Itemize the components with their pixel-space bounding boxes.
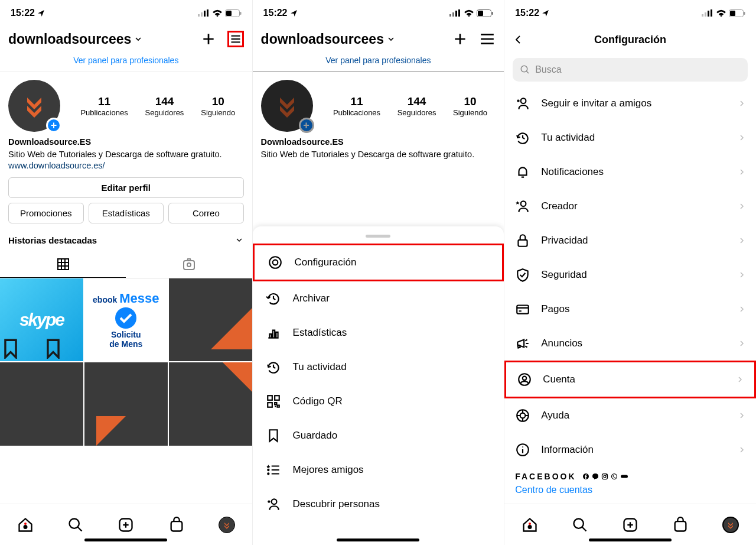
chevron-down-icon (234, 235, 244, 245)
post-thumbnail[interactable] (169, 278, 252, 362)
settings-list: Seguir e invitar a amigos Tu actividad N… (504, 86, 756, 467)
settings-activity[interactable]: Tu actividad (504, 121, 756, 155)
chevron-right-icon (738, 411, 745, 420)
back-button[interactable] (513, 33, 523, 46)
clock-icon (266, 359, 281, 375)
profile-avatar-icon (222, 520, 232, 530)
svg-point-12 (69, 518, 79, 528)
settings-privacy[interactable]: Privacidad (504, 223, 756, 258)
svg-rect-16 (452, 12, 454, 17)
nav-create[interactable] (118, 517, 134, 533)
svg-point-27 (268, 469, 269, 471)
svg-rect-30 (702, 14, 703, 17)
stat-followers[interactable]: 144Seguidores (397, 95, 436, 117)
stat-following[interactable]: 10Siguiendo (453, 95, 487, 117)
n: 11 (333, 95, 380, 108)
post-thumbnail[interactable]: skype (0, 278, 83, 362)
settings-notifications[interactable]: Notificaciones (504, 155, 756, 189)
promotions-button[interactable]: Promociones (8, 203, 84, 223)
username-switcher[interactable]: downloadsourcees (261, 31, 396, 47)
menu-stats[interactable]: Estadísticas (253, 316, 504, 350)
accounts-center-link[interactable]: Centro de cuentas (504, 482, 756, 505)
location-icon (290, 9, 298, 17)
post-thumbnail[interactable] (0, 362, 83, 446)
fb-product-icons (582, 473, 628, 480)
svg-rect-14 (171, 521, 182, 531)
post-thumbnail[interactable] (169, 362, 252, 446)
add-story-badge[interactable]: + (46, 118, 61, 133)
home-indicator (84, 538, 167, 541)
settings-creator[interactable]: Creador (504, 189, 756, 223)
menu-activity[interactable]: Tu actividad (253, 350, 504, 384)
edit-profile-button[interactable]: Editar perfil (8, 177, 244, 198)
avatar[interactable]: + (8, 80, 60, 132)
pro-panel-link[interactable]: Ver panel para profesionales (253, 52, 504, 72)
nav-search[interactable] (67, 517, 84, 533)
settings-account[interactable]: Cuenta (504, 361, 756, 398)
stat-followers[interactable]: 144Seguidores (145, 95, 184, 117)
settings-follow[interactable]: Seguir e invitar a amigos (504, 86, 756, 121)
stat-posts[interactable]: 11Publicaciones (80, 95, 128, 117)
create-button[interactable] (200, 31, 217, 47)
stat-following[interactable]: 10Siguiendo (201, 95, 235, 117)
username-switcher[interactable]: downloadsourcees (8, 31, 143, 47)
post-thumbnail[interactable] (84, 362, 168, 446)
settings-info[interactable]: Información (504, 433, 756, 467)
bio-link[interactable]: www.downloadsource.es/ (8, 160, 244, 171)
row-label: Ayuda (541, 410, 569, 421)
tab-grid[interactable] (0, 251, 126, 278)
nav-profile[interactable] (722, 517, 739, 533)
nav-create[interactable] (622, 517, 638, 533)
menu-friends[interactable]: Mejores amigos (253, 453, 504, 487)
avatar[interactable]: + (261, 80, 313, 132)
nav-shop[interactable] (168, 517, 185, 533)
mail-button[interactable]: Correo (168, 203, 244, 223)
settings-payments[interactable]: Pagos (504, 292, 756, 326)
svg-rect-26 (268, 403, 272, 407)
nav-profile[interactable] (219, 517, 235, 533)
hamburger-button[interactable] (227, 31, 244, 47)
posts-label: Publicaciones (80, 108, 128, 117)
tab-tagged[interactable] (126, 251, 252, 278)
svg-point-49 (604, 475, 606, 478)
highlights-row[interactable]: Historias destacadas (0, 229, 252, 251)
chevron-left-icon (513, 33, 523, 46)
menu-label: Estadísticas (293, 327, 347, 339)
hamburger-button[interactable] (479, 31, 496, 47)
t: Messe (119, 291, 159, 306)
stat-posts[interactable]: 11Publicaciones (333, 95, 380, 117)
avatar-logo-icon (20, 92, 48, 120)
menu-discover[interactable]: Descubrir personas (253, 487, 504, 521)
post-thumbnail[interactable]: ebook MesseSolicitude Mens (84, 278, 168, 362)
stats-button[interactable]: Estadísticas (89, 203, 164, 223)
nav-home[interactable] (17, 517, 34, 533)
nav-home[interactable] (522, 517, 538, 533)
svg-rect-2 (204, 11, 206, 17)
battery-icon (225, 9, 242, 17)
add-story-badge[interactable]: + (299, 118, 314, 133)
create-button[interactable] (452, 31, 468, 47)
chevron-down-icon (133, 34, 143, 44)
menu-archive[interactable]: Archivar (253, 281, 504, 316)
settings-help[interactable]: Ayuda (504, 398, 756, 433)
nav-shop[interactable] (672, 517, 689, 533)
pro-panel-link[interactable]: Ver panel para profesionales (0, 52, 252, 72)
settings-ads[interactable]: Anuncios (504, 326, 756, 361)
svg-point-23 (272, 260, 278, 265)
drag-handle[interactable] (366, 235, 390, 238)
menu-icon (480, 33, 495, 46)
svg-point-10 (115, 307, 136, 329)
wifi-icon (464, 9, 474, 17)
chevron-right-icon (738, 99, 745, 108)
search-input[interactable]: Busca (513, 58, 748, 82)
svg-point-29 (271, 499, 276, 504)
menu-saved[interactable]: Guardado (253, 419, 504, 453)
menu-settings[interactable]: Configuración (253, 244, 504, 281)
svg-point-53 (528, 525, 531, 528)
settings-security[interactable]: Seguridad (504, 258, 756, 292)
menu-qr[interactable]: Código QR (253, 384, 504, 419)
t: Solicitu (111, 330, 141, 339)
signal-icon (702, 9, 713, 17)
nav-search[interactable] (572, 517, 588, 533)
wifi-icon (212, 9, 223, 17)
